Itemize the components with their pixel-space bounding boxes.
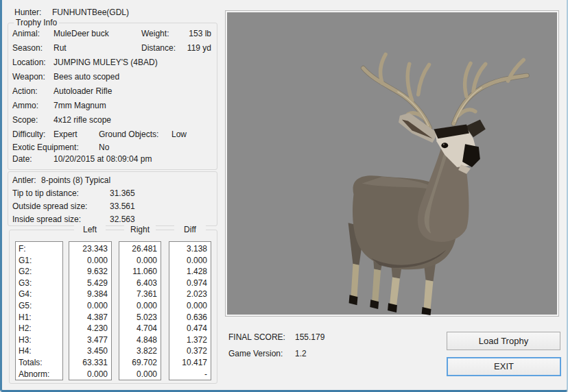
measurement-row-label: G4: bbox=[16, 289, 62, 300]
outside-spread-row: Outside spread size: 33.561 bbox=[8, 200, 217, 213]
measurement-right-value: 0.000 bbox=[119, 255, 161, 267]
measurement-right-value: 3.822 bbox=[119, 345, 161, 357]
hunter-label: Hunter: bbox=[14, 8, 41, 17]
final-score-row: FINAL SCORE: 155.179 bbox=[228, 330, 285, 345]
exotic-label: Exotic Equipment: bbox=[12, 143, 79, 152]
measurement-left-value: 0.000 bbox=[69, 255, 111, 267]
exotic-value: No bbox=[99, 142, 109, 154]
antler-label: Antler: bbox=[12, 175, 36, 185]
final-score-value: 155.179 bbox=[295, 330, 324, 345]
difficulty-label: Difficulty: bbox=[12, 130, 45, 139]
measurement-right-value: 6.403 bbox=[119, 278, 161, 289]
measurement-row-label: Totals: bbox=[16, 357, 62, 369]
season-value: Rut bbox=[54, 41, 67, 56]
measurement-right-value: 4.704 bbox=[119, 323, 161, 334]
scope-value: 4x12 rifle scope bbox=[54, 113, 111, 127]
measurement-row-label: H4: bbox=[16, 345, 62, 357]
difficulty-row: Difficulty: Expert Ground Objects: Low bbox=[8, 127, 217, 142]
trophy-info-groupbox: Trophy Info Animal: MuleDeer buck Weight… bbox=[8, 23, 217, 170]
action-row: Action: Autoloader Rifle bbox=[8, 84, 217, 99]
measurement-left-box: 23.3430.0009.6325.4299.3840.0004.3874.23… bbox=[69, 241, 112, 380]
viewport bbox=[225, 10, 559, 317]
ammo-row: Ammo: 7mm Magnum bbox=[8, 99, 217, 113]
distance-label: Distance: bbox=[141, 41, 176, 56]
ammo-label: Ammo: bbox=[12, 101, 38, 110]
date-value: 10/20/2015 at 08:09:04 pm bbox=[54, 154, 152, 165]
hunter-name: FUNHUNTBee(GDL) bbox=[52, 5, 129, 19]
measurement-diff-value: 0.000 bbox=[169, 300, 211, 312]
measurement-left-value: 63.331 bbox=[69, 357, 111, 369]
column-caption-left: Left bbox=[74, 225, 106, 234]
measurement-left-value: 3.450 bbox=[69, 345, 111, 357]
measurement-right-value: 0.000 bbox=[119, 300, 161, 312]
column-caption-diff: Diff bbox=[174, 225, 206, 234]
measurement-right-value: 7.361 bbox=[119, 289, 161, 300]
game-version-value: 1.2 bbox=[295, 346, 307, 361]
measurement-diff-value: 2.023 bbox=[169, 289, 211, 300]
date-label: Date: bbox=[12, 154, 32, 164]
measurement-diff-value: 3.138 bbox=[169, 243, 211, 255]
tip-to-tip-value: 31.365 bbox=[110, 187, 135, 200]
game-version-row: Game Version: 1.2 bbox=[228, 346, 283, 361]
measurement-left-value: 9.384 bbox=[69, 289, 111, 300]
measurement-row-label: G3: bbox=[16, 278, 62, 289]
exit-button[interactable]: EXIT bbox=[447, 357, 561, 376]
column-caption-right: Right bbox=[124, 225, 156, 234]
measurement-right-box: 26.4810.00011.0606.4037.3610.0005.0234.7… bbox=[119, 241, 161, 380]
measurement-right-value: 69.702 bbox=[119, 357, 161, 369]
measurement-row-label: G1: bbox=[16, 255, 62, 267]
location-row: Location: JUMPING MULEY'S (4BAD) bbox=[8, 56, 217, 70]
measurement-row-label: Abnorm: bbox=[16, 369, 62, 380]
weight-value: 153 lb bbox=[189, 27, 211, 41]
weapon-value: Bees auto scoped bbox=[54, 70, 119, 84]
ammo-value: 7mm Magnum bbox=[54, 99, 106, 113]
tip-to-tip-row: Tip to tip distance: 31.365 bbox=[8, 187, 217, 200]
measurement-right-value: 5.023 bbox=[119, 312, 161, 323]
weapon-label: Weapon: bbox=[12, 72, 45, 82]
measurement-row-label: H2: bbox=[16, 323, 62, 334]
trophy-info-caption: Trophy Info bbox=[14, 18, 59, 27]
measurement-left-value: 0.000 bbox=[69, 300, 111, 312]
ground-objects-value: Low bbox=[171, 127, 187, 142]
measurement-row-label: G5: bbox=[16, 300, 62, 312]
game-version-label: Game Version: bbox=[228, 349, 283, 358]
measurement-left-value: 4.387 bbox=[69, 312, 111, 323]
measurement-row-label: G2: bbox=[16, 266, 62, 278]
exotic-row: Exotic Equipment: No bbox=[8, 142, 217, 154]
measurement-diff-value: 0.474 bbox=[169, 323, 211, 334]
measurement-left-value: 4.230 bbox=[69, 323, 111, 334]
deer-eye bbox=[441, 143, 448, 148]
inside-spread-label: Inside spread size: bbox=[12, 215, 81, 224]
action-value: Autoloader Rifle bbox=[54, 84, 112, 99]
season-label: Season: bbox=[12, 43, 43, 53]
measurement-diff-value: 1.428 bbox=[169, 266, 211, 278]
weapon-row: Weapon: Bees auto scoped bbox=[8, 70, 217, 84]
measurement-diff-value: 0.974 bbox=[169, 278, 211, 289]
measurement-row-label: F: bbox=[16, 243, 62, 255]
measurement-diff-value: 0.372 bbox=[169, 345, 211, 357]
measurement-diff-value: 10.417 bbox=[169, 357, 211, 369]
measurement-left-value: 3.477 bbox=[69, 334, 111, 346]
outside-spread-label: Outside spread size: bbox=[12, 201, 87, 211]
measurement-diff-value: 1.372 bbox=[169, 334, 211, 346]
measurement-row-label: H3: bbox=[16, 334, 62, 346]
measurement-left-value: 23.343 bbox=[69, 243, 111, 255]
season-row: Season: Rut Distance: 119 yd bbox=[8, 41, 217, 56]
scope-row: Scope: 4x12 rifle scope bbox=[8, 113, 217, 127]
outside-spread-value: 33.561 bbox=[110, 200, 135, 213]
load-trophy-button[interactable]: Load Trophy bbox=[447, 332, 560, 350]
mule-deer-render bbox=[227, 12, 558, 316]
measurement-diff-value: - bbox=[169, 369, 211, 380]
final-score-label: FINAL SCORE: bbox=[228, 332, 285, 342]
trophy-viewer-window: Hunter: FUNHUNTBee(GDL) Trophy Info Anim… bbox=[0, 0, 568, 392]
antler-row: Antler: 8-points (8) Typical bbox=[8, 174, 217, 187]
antlers bbox=[363, 54, 527, 127]
measurement-left-value: 0.000 bbox=[69, 369, 111, 380]
animal-label: Animal: bbox=[12, 29, 40, 38]
antler-value: 8-points (8) Typical bbox=[41, 175, 110, 185]
measurement-right-value: 11.060 bbox=[119, 266, 161, 278]
ground-objects-label: Ground Objects: bbox=[99, 127, 158, 142]
measurement-diff-value: 0.636 bbox=[169, 312, 211, 323]
measurement-left-value: 9.632 bbox=[69, 266, 111, 278]
antler-summary-groupbox: Antler: 8-points (8) Typical Tip to tip … bbox=[8, 171, 217, 226]
